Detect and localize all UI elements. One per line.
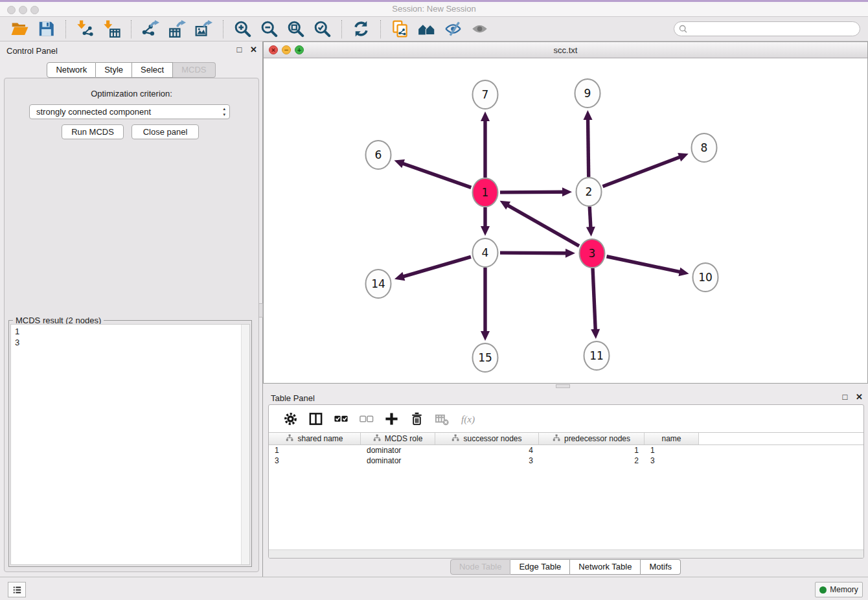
graph-edge-4-15[interactable] — [481, 268, 490, 341]
graph-node-3[interactable]: 3 — [580, 239, 605, 268]
task-history-button[interactable] — [8, 582, 26, 597]
save-session-icon[interactable] — [38, 20, 55, 38]
graph-edge-4-14[interactable] — [394, 257, 471, 281]
toolbar-separator — [223, 20, 223, 38]
select-chevrons-icon: ▴▾ — [223, 106, 225, 117]
delete-column-icon[interactable] — [409, 411, 424, 426]
mcds-result-textarea[interactable]: 13 — [10, 324, 250, 565]
column-header-predecessor-nodes[interactable]: predecessor nodes — [539, 433, 645, 444]
window-top-edge — [0, 0, 868, 2]
tab-style[interactable]: Style — [96, 62, 132, 78]
column-header-label: shared name — [297, 434, 343, 443]
graph-edge-4-3[interactable] — [500, 249, 575, 258]
table-cell[interactable]: 3 — [645, 456, 699, 466]
svg-text:3: 3 — [589, 247, 596, 260]
export-image-icon[interactable] — [195, 20, 212, 38]
network-canvas[interactable]: 7968124314101511 — [264, 58, 867, 383]
graph-edge-1-7[interactable] — [481, 111, 490, 178]
toolbar-separator — [380, 20, 381, 38]
table-cell[interactable]: 3 — [269, 456, 361, 466]
graph-node-1[interactable]: 1 — [473, 178, 498, 207]
table-cell[interactable]: 1 — [539, 445, 645, 456]
add-column-icon[interactable] — [384, 411, 399, 426]
column-header-MCDS-role[interactable]: MCDS role — [361, 433, 435, 444]
tab-select[interactable]: Select — [132, 62, 173, 78]
control-panel-float-icon[interactable]: □ — [237, 45, 242, 54]
import-network-icon[interactable] — [76, 20, 94, 38]
zoom-selected-icon[interactable] — [314, 20, 331, 38]
open-session-icon[interactable] — [11, 20, 29, 38]
table-row[interactable]: 1dominator411 — [269, 445, 863, 456]
column-header-label: MCDS role — [385, 434, 423, 443]
close-panel-button[interactable]: Close panel — [131, 124, 199, 139]
zoom-out-icon[interactable] — [260, 20, 278, 38]
tab-mcds[interactable]: MCDS — [173, 62, 215, 78]
table-cell[interactable]: 2 — [539, 456, 645, 466]
network-window-titlebar[interactable]: × − + scc.txt — [264, 42, 867, 58]
table-tab-edge-table[interactable]: Edge Table — [510, 559, 570, 575]
graph-node-6[interactable]: 6 — [366, 141, 391, 169]
table-tab-network-table[interactable]: Network Table — [570, 559, 641, 575]
zoom-fit-icon[interactable] — [287, 20, 304, 38]
graph-node-2[interactable]: 2 — [577, 178, 602, 206]
memory-button[interactable]: Memory — [815, 582, 863, 597]
column-header-shared-name[interactable]: shared name — [269, 433, 361, 444]
control-panel-close-icon[interactable]: ✕ — [250, 45, 257, 54]
export-network-icon[interactable] — [142, 20, 159, 38]
graph-node-4[interactable]: 4 — [473, 238, 498, 267]
graph-edge-3-1[interactable] — [500, 201, 579, 246]
mcds-panel: Optimization criterion: strongly connect… — [4, 78, 259, 572]
horizontal-splitter-handle[interactable] — [556, 384, 570, 388]
deselect-all-columns-icon[interactable] — [359, 411, 374, 426]
search-input[interactable] — [674, 21, 860, 36]
duplicate-network-icon[interactable] — [391, 20, 409, 38]
graph-node-14[interactable]: 14 — [366, 270, 391, 298]
graph-edge-1-2[interactable] — [500, 187, 572, 196]
graph-edge-3-11[interactable] — [591, 268, 600, 339]
graph-node-9[interactable]: 9 — [575, 79, 600, 108]
table-cell[interactable]: 1 — [269, 445, 361, 456]
optimization-criterion-select[interactable]: strongly connected component ▴▾ — [29, 104, 230, 119]
first-neighbors-icon[interactable] — [418, 20, 435, 38]
table-row[interactable]: 3dominator323 — [269, 456, 863, 466]
graph-node-8[interactable]: 8 — [692, 133, 717, 162]
graph-edge-2-9[interactable] — [584, 110, 593, 177]
column-header-label: successor nodes — [463, 434, 521, 443]
table-panel-close-icon[interactable]: ✕ — [856, 392, 863, 402]
zoom-in-icon[interactable] — [234, 20, 251, 38]
graph-node-11[interactable]: 11 — [584, 341, 610, 370]
table-cell[interactable]: dominator — [361, 456, 435, 466]
table-tab-motifs[interactable]: Motifs — [641, 559, 681, 575]
horizontal-splitter[interactable] — [263, 384, 868, 389]
graph-edge-1-4[interactable] — [481, 207, 490, 236]
export-table-icon[interactable] — [168, 20, 186, 38]
result-scrollbar[interactable] — [241, 325, 249, 564]
graph-edge-2-3[interactable] — [586, 207, 595, 237]
column-header-name[interactable]: name — [645, 433, 699, 444]
tab-network[interactable]: Network — [47, 62, 96, 78]
table-panel-float-icon[interactable]: □ — [843, 392, 848, 402]
table-cell[interactable]: dominator — [361, 445, 435, 456]
graph-edge-2-8[interactable] — [602, 153, 688, 187]
graph-node-7[interactable]: 7 — [473, 80, 498, 109]
column-visibility-icon[interactable] — [308, 411, 323, 426]
graph-node-15[interactable]: 15 — [473, 343, 498, 372]
table-tab-node-table[interactable]: Node Table — [450, 559, 511, 575]
table-cell[interactable]: 1 — [645, 445, 699, 456]
refresh-layout-icon[interactable] — [352, 20, 370, 38]
table-horizontal-scrollbar[interactable] — [269, 549, 863, 558]
import-table-icon[interactable] — [103, 20, 120, 38]
graph-node-10[interactable]: 10 — [693, 263, 718, 292]
graph-edge-1-6[interactable] — [394, 159, 472, 187]
settings-gear-icon[interactable] — [283, 411, 298, 426]
memory-status-icon — [819, 586, 827, 594]
column-header-successor-nodes[interactable]: successor nodes — [435, 433, 539, 444]
select-all-columns-icon[interactable] — [334, 411, 348, 426]
run-mcds-button[interactable]: Run MCDS — [62, 124, 124, 139]
hide-graphics-details-icon[interactable] — [444, 20, 462, 38]
table-cell[interactable]: 3 — [435, 456, 539, 466]
search-icon — [678, 24, 688, 34]
vertical-splitter-handle[interactable] — [258, 303, 263, 317]
graph-edge-3-10[interactable] — [607, 257, 689, 277]
table-cell[interactable]: 4 — [435, 445, 539, 456]
